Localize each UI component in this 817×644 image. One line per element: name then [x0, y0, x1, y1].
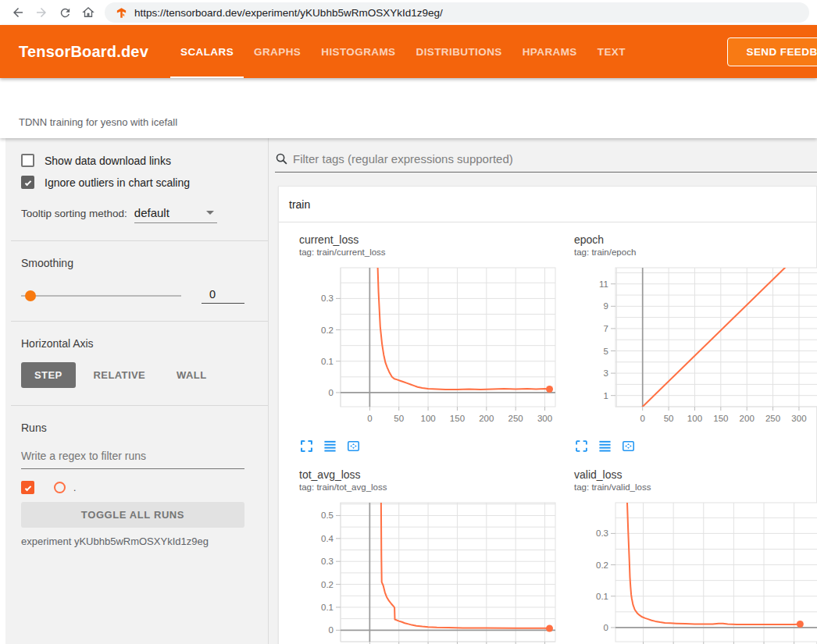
smoothing-slider-thumb[interactable] — [25, 290, 36, 301]
horizontal-axis-label: Horizontal Axis — [21, 337, 244, 350]
chart-tot-avg-loss: tot_avg_loss tag: train/tot_avg_loss 050… — [289, 468, 564, 644]
log-scale-lines-icon[interactable] — [598, 439, 612, 453]
smoothing-value-input[interactable]: 0 — [202, 288, 244, 304]
axis-relative-button[interactable]: RELATIVE — [80, 362, 159, 388]
svg-text:0.5: 0.5 — [321, 511, 334, 520]
checkbox-unchecked-icon[interactable] — [21, 154, 34, 167]
brand-title: TensorBoard.dev — [19, 43, 148, 61]
svg-text:5: 5 — [604, 347, 608, 356]
tooltip-sorting-select[interactable]: default — [134, 206, 217, 223]
runs-label: Runs — [21, 422, 244, 434]
show-download-links-label: Show data download links — [45, 155, 171, 167]
chart-tag: tag: train/current_loss — [289, 247, 564, 258]
svg-text:0.1: 0.1 — [321, 603, 334, 612]
smoothing-slider[interactable] — [21, 295, 181, 297]
chart-plot[interactable]: 0501001502002503001357911 — [564, 265, 817, 436]
chart-valid-loss: valid_loss tag: train/valid_loss 5010015… — [564, 468, 817, 644]
svg-text:250: 250 — [765, 414, 780, 423]
svg-text:0: 0 — [329, 625, 334, 635]
nav-tabs: SCALARS GRAPHS HISTOGRAMS DISTRIBUTIONS … — [170, 25, 636, 78]
svg-text:9: 9 — [604, 301, 608, 311]
expand-fullscreen-icon[interactable] — [300, 439, 313, 453]
chart-plot[interactable]: 5010015020025030000.10.20.3 — [564, 500, 817, 644]
tooltip-sorting-label: Tooltip sorting method: — [21, 208, 127, 219]
experiment-header: TDNN training for yesno with icefall — [0, 78, 817, 138]
tab-scalars[interactable]: SCALARS — [170, 25, 244, 78]
svg-text:100: 100 — [420, 414, 435, 423]
chart-plot[interactable]: 05010015020025030000.10.20.3 — [289, 265, 564, 436]
chart-title: current_loss — [289, 233, 564, 247]
svg-text:0.2: 0.2 — [321, 326, 334, 335]
forward-arrow-icon[interactable] — [30, 2, 53, 23]
log-scale-lines-icon[interactable] — [323, 439, 337, 453]
chart-tag: tag: train/epoch — [564, 247, 817, 258]
smoothing-label: Smoothing — [21, 257, 244, 269]
chart-title: epoch — [564, 233, 817, 247]
svg-text:0: 0 — [604, 623, 608, 632]
tensorboard-page: https://tensorboard.dev/experiment/yKUbh… — [0, 0, 817, 644]
tensorboard-favicon-icon — [116, 7, 127, 19]
chart-current-loss: current_loss tag: train/current_loss 050… — [289, 233, 564, 454]
train-section-header[interactable]: train — [279, 187, 816, 222]
appbar-spacer — [636, 25, 727, 78]
svg-text:200: 200 — [479, 414, 494, 423]
send-feedback-button[interactable]: SEND FEEDBACK — [727, 37, 817, 66]
run-color-swatch-icon — [54, 482, 66, 493]
chart-tag: tag: train/valid_loss — [564, 482, 817, 493]
chart-plot[interactable]: 05010015020025030000.10.20.30.40.5 — [289, 500, 564, 644]
tab-histograms[interactable]: HISTOGRAMS — [311, 25, 405, 78]
filter-tags-input[interactable] — [293, 152, 817, 165]
run-checkbox-icon[interactable] — [21, 481, 34, 494]
svg-text:200: 200 — [740, 414, 755, 423]
axis-wall-button[interactable]: WALL — [163, 362, 219, 388]
run-row: . — [21, 481, 244, 494]
horizontal-axis-buttons: STEP RELATIVE WALL — [21, 362, 244, 388]
tab-text[interactable]: TEXT — [587, 25, 636, 78]
svg-text:50: 50 — [394, 414, 404, 423]
reload-icon[interactable] — [53, 2, 77, 23]
fit-domain-to-data-icon[interactable] — [347, 439, 360, 453]
ignore-outliers-checkbox-row[interactable]: Ignore outliers in chart scaling — [21, 176, 244, 189]
run-name: . — [73, 482, 76, 493]
sidebar-divider — [11, 240, 268, 241]
svg-text:0: 0 — [367, 414, 372, 423]
svg-text:100: 100 — [687, 414, 702, 423]
runs-filter-input[interactable] — [21, 447, 244, 469]
show-download-links-checkbox-row[interactable]: Show data download links — [21, 154, 244, 167]
fit-domain-to-data-icon[interactable] — [622, 439, 635, 453]
search-icon — [275, 152, 288, 165]
sidebar-divider — [11, 405, 268, 406]
url-bar[interactable]: https://tensorboard.dev/experiment/yKUbh… — [105, 2, 809, 23]
train-section-label: train — [289, 198, 310, 211]
sidebar-divider — [11, 321, 268, 322]
svg-text:0.2: 0.2 — [596, 560, 608, 570]
expand-fullscreen-icon[interactable] — [575, 439, 588, 453]
svg-text:300: 300 — [537, 414, 552, 423]
tab-graphs[interactable]: GRAPHS — [244, 25, 311, 78]
svg-text:3: 3 — [604, 368, 608, 378]
svg-text:7: 7 — [604, 324, 608, 333]
svg-text:0.1: 0.1 — [321, 357, 334, 366]
ignore-outliers-label: Ignore outliers in chart scaling — [45, 176, 190, 189]
experiment-title: TDNN training for yesno with icefall — [19, 116, 177, 128]
chart-actions — [564, 437, 817, 454]
svg-text:0.4: 0.4 — [321, 534, 334, 543]
chart-tag: tag: train/tot_avg_loss — [289, 482, 564, 493]
axis-step-button[interactable]: STEP — [21, 362, 76, 388]
url-text: https://tensorboard.dev/experiment/yKUbh… — [134, 7, 443, 19]
tab-distributions[interactable]: DISTRIBUTIONS — [406, 25, 512, 78]
svg-text:250: 250 — [508, 414, 523, 423]
svg-text:50: 50 — [664, 414, 674, 423]
svg-text:150: 150 — [713, 414, 728, 423]
toggle-all-runs-button[interactable]: TOGGLE ALL RUNS — [21, 502, 244, 528]
filter-tags-row — [275, 148, 817, 173]
home-icon[interactable] — [77, 2, 100, 23]
tab-hparams[interactable]: HPARAMS — [512, 25, 587, 78]
charts-grid: current_loss tag: train/current_loss 050… — [279, 222, 816, 644]
tooltip-sorting-value: default — [134, 206, 169, 219]
back-arrow-icon[interactable] — [6, 2, 30, 23]
checkbox-checked-icon[interactable] — [21, 176, 34, 189]
svg-text:0.3: 0.3 — [321, 294, 334, 303]
svg-text:0.3: 0.3 — [596, 528, 608, 538]
chart-title: valid_loss — [564, 468, 817, 482]
